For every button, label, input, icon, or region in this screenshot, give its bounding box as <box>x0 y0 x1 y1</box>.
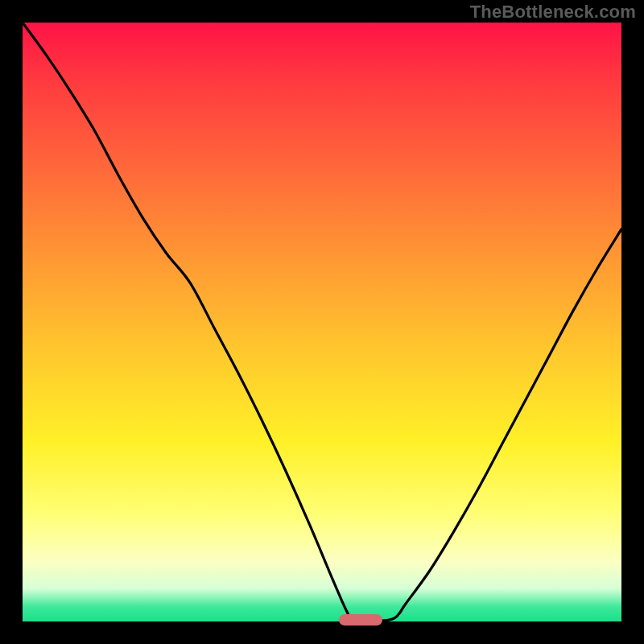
plot-area <box>23 23 621 621</box>
chart-frame: TheBottleneck.com <box>0 0 644 644</box>
watermark-text: TheBottleneck.com <box>470 2 636 23</box>
chart-svg <box>23 23 621 621</box>
optimal-range-marker <box>339 614 382 625</box>
gradient-background <box>23 23 621 621</box>
